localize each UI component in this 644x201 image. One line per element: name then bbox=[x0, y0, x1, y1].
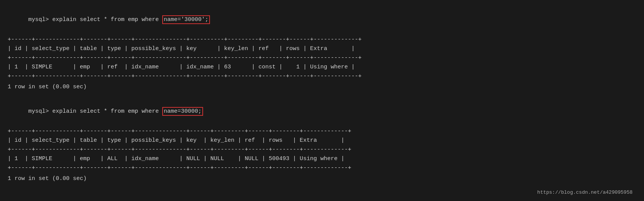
separator-mid-1: +------+-------------+-------+------+---… bbox=[8, 53, 636, 63]
query-prompt-2: mysql> explain select * from emp where bbox=[28, 108, 162, 115]
query-line-1: mysql> explain select * from emp where n… bbox=[8, 6, 636, 34]
result-line-2: 1 row in set (0.00 sec) bbox=[8, 174, 636, 183]
separator-bottom-2: +------+-------------+-------+------+---… bbox=[8, 164, 636, 173]
query-section-2: mysql> explain select * from emp where n… bbox=[8, 98, 636, 183]
table-data-row-1: | 1 | SIMPLE | emp | ref | idx_name | id… bbox=[8, 63, 636, 72]
query-line-2: mysql> explain select * from emp where n… bbox=[8, 98, 636, 125]
query-highlight-2: name=30000; bbox=[162, 107, 203, 116]
separator-top-2: +------+-------------+-------+------+---… bbox=[8, 127, 636, 136]
separator-bottom-1: +------+-------------+-------+------+---… bbox=[8, 72, 636, 81]
footer-url: https://blog.csdn.net/a429095958 bbox=[8, 190, 636, 195]
table-header-1: | id | select_type | table | type | poss… bbox=[8, 44, 636, 53]
query-prompt-1: mysql> explain select * from emp where bbox=[28, 16, 162, 23]
separator-top-1: +------+-------------+-------+------+---… bbox=[8, 35, 636, 44]
query-section-1: mysql> explain select * from emp where n… bbox=[8, 6, 636, 92]
query-highlight-1: name='30000'; bbox=[162, 15, 210, 24]
result-line-1: 1 row in set (0.00 sec) bbox=[8, 83, 636, 92]
table-header-2: | id | select_type | table | type | poss… bbox=[8, 136, 636, 145]
separator-mid-2: +------+-------------+-------+------+---… bbox=[8, 145, 636, 154]
table-data-row-2: | 1 | SIMPLE | emp | ALL | idx_name | NU… bbox=[8, 154, 636, 164]
terminal-window: mysql> explain select * from emp where n… bbox=[8, 6, 636, 195]
